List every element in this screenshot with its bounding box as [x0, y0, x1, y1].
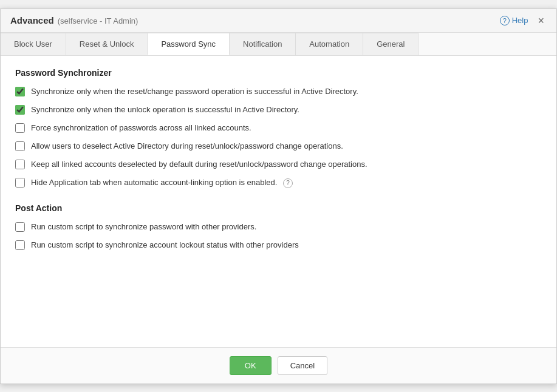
- checkbox-label-keep-deselected[interactable]: Keep all linked accounts deselected by d…: [31, 159, 367, 170]
- content-area: Password Synchronizer Synchronize only w…: [1, 56, 556, 347]
- close-button[interactable]: ×: [535, 15, 547, 26]
- post-action-title: Post Action: [15, 203, 542, 213]
- dialog-title: Advanced: [10, 15, 54, 25]
- checkbox-label-sync-unlock[interactable]: Synchronize only when the unlock operati…: [31, 104, 299, 115]
- checkbox-label-custom-script-lockout[interactable]: Run custom script to synchronize account…: [31, 240, 299, 251]
- list-item: Run custom script to synchronize passwor…: [15, 221, 542, 232]
- checkbox-wrapper-pa1[interactable]: [15, 222, 25, 232]
- help-circle-icon: ?: [500, 16, 510, 25]
- checkbox-label-hide-app-tab[interactable]: Hide Application tab when automatic acco…: [31, 177, 293, 188]
- checkbox-keep-deselected[interactable]: [15, 160, 25, 169]
- tab-block-user[interactable]: Block User: [1, 33, 66, 55]
- checkbox-label-sync-reset[interactable]: Synchronize only when the reset/change p…: [31, 86, 358, 97]
- checkbox-wrapper-1[interactable]: [15, 87, 25, 96]
- checkbox-label-custom-script-password[interactable]: Run custom script to synchronize passwor…: [31, 221, 256, 232]
- post-action-section: Post Action Run custom script to synchro…: [15, 203, 542, 251]
- dialog-footer: OK Cancel: [1, 347, 556, 384]
- info-icon[interactable]: ?: [283, 178, 293, 188]
- checkbox-wrapper-5[interactable]: [15, 160, 25, 169]
- title-bar-right: ? Help ×: [500, 15, 547, 26]
- checkbox-custom-script-password[interactable]: [15, 222, 25, 232]
- tabs-container: Block User Reset & Unlock Password Sync …: [1, 33, 556, 56]
- list-item: Allow users to deselect Active Directory…: [15, 141, 542, 152]
- checkbox-sync-reset[interactable]: [15, 87, 25, 96]
- list-item: Force synchronization of passwords acros…: [15, 123, 542, 133]
- checkbox-label-allow-deselect[interactable]: Allow users to deselect Active Directory…: [31, 141, 343, 152]
- checkbox-wrapper-4[interactable]: [15, 141, 25, 151]
- checkbox-force-sync[interactable]: [15, 123, 25, 133]
- list-item: Hide Application tab when automatic acco…: [15, 177, 542, 188]
- tab-reset-unlock[interactable]: Reset & Unlock: [66, 33, 148, 55]
- tab-general[interactable]: General: [363, 33, 419, 55]
- list-item: Keep all linked accounts deselected by d…: [15, 159, 542, 170]
- checkbox-custom-script-lockout[interactable]: [15, 240, 25, 250]
- checkbox-wrapper-pa2[interactable]: [15, 240, 25, 250]
- cancel-button[interactable]: Cancel: [278, 356, 327, 375]
- list-item: Run custom script to synchronize account…: [15, 240, 542, 251]
- password-synchronizer-title: Password Synchronizer: [15, 68, 542, 78]
- checkbox-sync-unlock[interactable]: [15, 105, 25, 115]
- list-item: Synchronize only when the reset/change p…: [15, 86, 542, 97]
- tab-notification[interactable]: Notification: [229, 33, 296, 55]
- help-link[interactable]: ? Help: [500, 16, 528, 25]
- checkbox-hide-app-tab[interactable]: [15, 178, 25, 188]
- dialog-subtitle: (selfservice - IT Admin): [58, 16, 138, 25]
- tab-password-sync[interactable]: Password Sync: [147, 33, 230, 55]
- dialog: Advanced (selfservice - IT Admin) ? Help…: [0, 8, 557, 384]
- title-bar: Advanced (selfservice - IT Admin) ? Help…: [1, 9, 556, 33]
- tab-automation[interactable]: Automation: [295, 33, 363, 55]
- ok-button[interactable]: OK: [230, 356, 272, 375]
- checkbox-label-force-sync[interactable]: Force synchronization of passwords acros…: [31, 123, 251, 133]
- list-item: Synchronize only when the unlock operati…: [15, 104, 542, 115]
- title-bar-left: Advanced (selfservice - IT Admin): [10, 15, 138, 25]
- checkbox-allow-deselect[interactable]: [15, 141, 25, 151]
- checkbox-wrapper-6[interactable]: [15, 178, 25, 188]
- checkbox-wrapper-2[interactable]: [15, 105, 25, 115]
- checkbox-wrapper-3[interactable]: [15, 123, 25, 133]
- help-label: Help: [512, 16, 528, 25]
